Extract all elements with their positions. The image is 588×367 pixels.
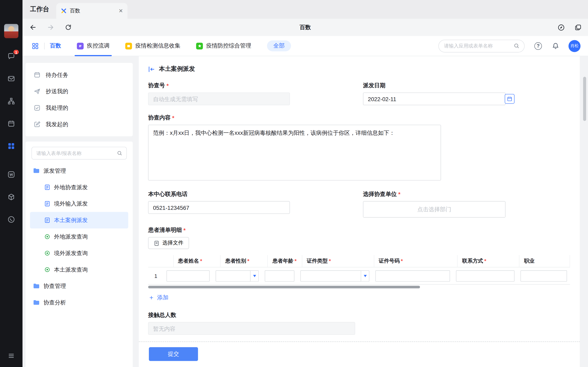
patient-age-input[interactable] — [265, 270, 294, 281]
col-job: 职业 — [520, 255, 570, 267]
docs-w-icon — [7, 170, 15, 179]
tab-all[interactable]: 全部 — [267, 40, 291, 51]
job-input[interactable] — [520, 270, 567, 281]
explore-button[interactable] — [557, 24, 565, 31]
app-search-box[interactable] — [438, 40, 525, 52]
contact-input[interactable] — [456, 270, 515, 281]
row-index: 1 — [148, 267, 164, 284]
todo-icon — [34, 72, 40, 78]
mail-icon-button[interactable] — [7, 74, 16, 83]
user-photo-avatar[interactable] — [4, 24, 18, 38]
patient-sex-input[interactable] — [216, 270, 251, 281]
app-grid-button[interactable] — [31, 42, 39, 50]
col-patient-name: 患者姓名* — [173, 255, 221, 267]
tab-disease-control[interactable]: 疾控流调 — [77, 36, 110, 56]
coop-content-textarea[interactable]: 范例：x月xx日，我中心检测一名xxx新冠病毒核酸结果为阳性，该病例位于你区，详… — [148, 125, 441, 181]
required-mark: * — [167, 82, 169, 89]
tree-folder-xiecha-mgmt[interactable]: 协查管理 — [30, 278, 128, 294]
menu-icon-button[interactable] — [7, 351, 16, 360]
menu-item-todo[interactable]: 待办任务 — [26, 67, 133, 83]
sex-dropdown-button[interactable] — [251, 270, 259, 281]
phone-icon-button[interactable] — [7, 215, 16, 224]
windows-button[interactable] — [574, 24, 582, 31]
epidemic-test-app-icon — [125, 42, 132, 49]
tree-item-waidi-query[interactable]: 外地派发查询 — [30, 228, 128, 245]
app-home-link[interactable]: 百数 — [50, 42, 61, 50]
total-contacts-input[interactable] — [148, 322, 355, 335]
menu-item-handled[interactable]: 我处理的 — [26, 100, 133, 116]
caret-down-icon — [253, 275, 256, 277]
disease-control-app-icon — [77, 42, 84, 49]
tree-item-bentu-query[interactable]: 本土派发查询 — [30, 261, 128, 278]
cert-type-input[interactable] — [300, 270, 361, 281]
table-h-scrollbar[interactable] — [148, 286, 570, 289]
chat-icon-button[interactable]: 1 — [7, 52, 16, 60]
calendar-icon-button[interactable] — [7, 119, 16, 128]
scrollbar-thumb[interactable] — [148, 286, 420, 288]
cert-no-input[interactable] — [375, 270, 450, 281]
tree-label: 协查分析 — [43, 299, 66, 306]
search-icon — [117, 150, 122, 156]
tree-item-jingwai-query[interactable]: 境外派发查询 — [30, 245, 128, 261]
collapse-panel-icon[interactable] — [148, 66, 155, 72]
tab-epidemic-test-collect[interactable]: 疫情检测信息收集 — [125, 36, 180, 56]
menu-label: 我处理的 — [46, 104, 68, 111]
field-label-total-contacts: 接触总人数 — [148, 312, 571, 319]
browser-tab-baishu[interactable]: 百数 ✕ — [56, 3, 128, 19]
menu-item-cc-me[interactable]: 抄送我的 — [26, 83, 133, 100]
dispatch-date-input[interactable] — [363, 92, 506, 105]
query-target-icon — [44, 267, 50, 273]
tree-item-waidi-xiecha[interactable]: 外地协查派发 — [30, 179, 128, 196]
patients-table: 患者姓名* 患者性别* 患者年龄* 证件类型* 证件号码* 联系方式* 职业 1 — [148, 255, 570, 289]
folder-icon — [33, 283, 40, 290]
cube-icon-button[interactable] — [7, 192, 16, 201]
org-icon-button[interactable] — [7, 97, 16, 106]
app-nav-bar: 百数 疾控流调 疫情检测信息收集 疫情防控综合管理 全部 — [22, 36, 588, 56]
tab-label: 百数 — [70, 8, 80, 14]
form-search-box[interactable] — [31, 147, 127, 159]
calendar-icon — [7, 119, 15, 128]
tab-label: 疫情检测信息收集 — [135, 42, 180, 50]
choose-file-label: 选择文件 — [162, 240, 183, 247]
field-label-coop-no: 协查号* — [148, 82, 290, 89]
form-search-input[interactable] — [35, 150, 117, 156]
page-v-scrollbar-thumb[interactable] — [583, 77, 586, 121]
mail-icon — [7, 75, 15, 83]
patient-name-input[interactable] — [167, 270, 210, 281]
patients-table-header: 患者姓名* 患者性别* 患者年龄* 证件类型* 证件号码* 联系方式* 职业 — [148, 255, 570, 267]
check-box-icon — [34, 104, 40, 111]
baishu-logo-icon — [61, 8, 67, 14]
tree-item-bentu-anli-selected[interactable]: 本土案例派发 — [30, 212, 128, 229]
tree-folder-dispatch-mgmt[interactable]: 派发管理 — [30, 162, 128, 179]
notifications-button[interactable] — [552, 42, 560, 50]
choose-file-button[interactable]: 选择文件 — [148, 237, 189, 249]
help-button[interactable]: ? — [534, 42, 542, 50]
dashed-divider — [139, 342, 580, 342]
cert-type-dropdown-button[interactable] — [361, 270, 369, 281]
tree-item-jingwai-shuru[interactable]: 境外输入派发 — [30, 196, 128, 212]
calendar-icon — [507, 96, 512, 101]
tab-close-icon[interactable]: ✕ — [119, 8, 123, 13]
center-phone-input[interactable] — [148, 201, 290, 214]
workbench-apps-button[interactable] — [7, 142, 16, 150]
bell-icon — [552, 42, 560, 50]
coop-no-input[interactable] — [148, 92, 290, 105]
menu-item-initiated[interactable]: 我发起的 — [26, 116, 133, 133]
multi-window-icon — [574, 24, 582, 31]
date-picker-button[interactable] — [505, 94, 515, 104]
field-label-patient-list: 患者清单明细* — [148, 226, 571, 234]
user-avatar[interactable]: 肖松 — [568, 40, 580, 52]
content-area: 待办任务 抄送我的 我处理的 我发起的 — [22, 56, 588, 367]
tab-epidemic-management[interactable]: 疫情防控综合管理 — [196, 36, 251, 56]
add-label: 添加 — [157, 294, 168, 301]
submit-button[interactable]: 提交 — [149, 347, 198, 361]
app-search-input[interactable] — [443, 43, 513, 49]
col-contact: 联系方式* — [458, 255, 519, 267]
select-department-picker[interactable]: 点击选择部门 — [363, 201, 506, 217]
docs-icon-button[interactable] — [7, 170, 16, 179]
tree-folder-xiecha-analysis[interactable]: 协查分析 — [30, 294, 128, 311]
tree-label: 协查管理 — [43, 283, 66, 290]
add-row-link[interactable]: ＋ 添加 — [148, 294, 168, 301]
caret-down-icon — [364, 275, 367, 277]
tab-label: 疫情防控综合管理 — [206, 42, 251, 50]
